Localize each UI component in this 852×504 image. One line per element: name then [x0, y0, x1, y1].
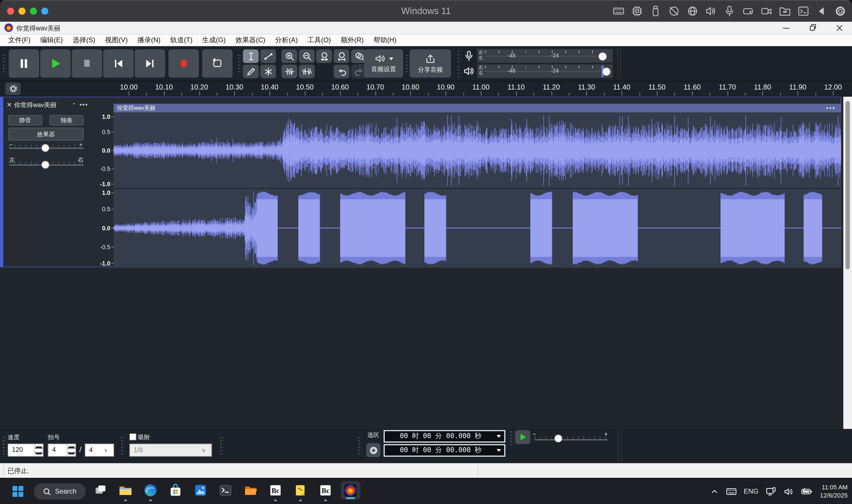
selection-end-caret[interactable] — [497, 449, 501, 452]
play-at-speed-button[interactable] — [515, 430, 530, 444]
beats-down-button[interactable] — [67, 450, 75, 456]
selection-grip[interactable] — [358, 436, 362, 457]
menu-item-2[interactable]: 选择(S) — [68, 34, 100, 46]
mute-button[interactable]: 静音 — [8, 115, 42, 126]
track-close-icon[interactable]: ✕ — [6, 101, 14, 109]
pause-button[interactable] — [9, 49, 39, 77]
vertical-scrollbar[interactable] — [843, 96, 852, 429]
timeline-options-button[interactable] — [5, 83, 21, 95]
tray-chevron-up-icon[interactable] — [710, 487, 719, 496]
play-button[interactable] — [40, 49, 71, 77]
close-button[interactable] — [831, 22, 848, 34]
menu-item-10[interactable]: 额外(R) — [336, 34, 368, 46]
snap-grip[interactable] — [121, 436, 124, 457]
settings-icon[interactable] — [834, 5, 846, 17]
tools-grip[interactable] — [238, 54, 241, 74]
microphone-icon[interactable] — [723, 5, 736, 17]
selection-tool-button[interactable] — [243, 49, 259, 63]
transport-grip[interactable] — [2, 54, 6, 74]
network-icon[interactable] — [765, 487, 777, 497]
vertical-scale-ruler[interactable]: 1.00.50.0-0.5-1.01.00.50.0-0.5-1.0 — [90, 97, 114, 267]
back-icon[interactable] — [816, 5, 828, 17]
vertical-scrollbar-thumb[interactable] — [846, 101, 850, 269]
silence-audio-button[interactable] — [299, 65, 315, 78]
menu-item-5[interactable]: 轨道(T) — [166, 34, 197, 46]
cpu-icon[interactable] — [631, 5, 643, 17]
audio-setup-button[interactable]: 音频设置 — [364, 49, 403, 77]
envelope-tool-button[interactable] — [260, 49, 276, 63]
taskbar-app-store[interactable] — [169, 483, 182, 500]
loop-button[interactable] — [202, 49, 232, 77]
taskbar-app-file-explorer[interactable] — [118, 483, 133, 500]
recording-meter[interactable]: 左右 -48 -24 — [477, 49, 613, 63]
record-meter-grip[interactable] — [457, 50, 461, 63]
zoom-out-button[interactable] — [299, 49, 315, 63]
terminal-icon[interactable] — [797, 5, 810, 17]
snap-checkbox[interactable] — [129, 433, 136, 440]
taskbar-app-beyond-compare[interactable]: Bc — [268, 483, 283, 500]
language-indicator[interactable]: ENG — [744, 488, 759, 495]
zoom-in-button[interactable] — [281, 49, 297, 63]
recording-gain-knob[interactable] — [598, 52, 607, 61]
record-button[interactable] — [169, 49, 199, 77]
audio-setup-grip[interactable] — [359, 54, 363, 74]
menu-item-4[interactable]: 播录(N) — [133, 34, 166, 46]
gain-slider-knob[interactable] — [41, 144, 50, 152]
play-speed-slider[interactable] — [535, 436, 607, 440]
pan-slider-knob[interactable] — [41, 161, 50, 169]
record-meter-mic-icon[interactable] — [462, 49, 476, 63]
shared-folder-icon[interactable] — [779, 5, 791, 17]
taskbar-app-task-view[interactable] — [93, 483, 108, 500]
time-signature-grip[interactable] — [2, 436, 6, 457]
snap-interval-select[interactable]: 1/8∨ — [129, 444, 212, 457]
taskbar-app-photos[interactable] — [194, 483, 208, 500]
track-menu-icon[interactable]: ••• — [80, 101, 88, 109]
selection-start-caret[interactable] — [497, 435, 501, 438]
track-name[interactable]: 你觉得wav美丽 — [14, 101, 68, 109]
menu-item-1[interactable]: 编辑(E) — [35, 34, 68, 46]
menu-item-3[interactable]: 视图(V) — [100, 34, 133, 46]
tempo-up-button[interactable] — [35, 444, 43, 450]
audio-track[interactable]: ✕ 你觉得wav美丽 ⌃ ••• 静音 独奏 效果器 − + 左 右 1.00.… — [0, 96, 841, 267]
undo-button[interactable] — [334, 65, 349, 78]
taskbar-app-edge[interactable] — [143, 483, 157, 500]
beats-up-button[interactable] — [67, 444, 75, 450]
waveform-canvas[interactable] — [114, 112, 841, 268]
battery-icon[interactable] — [801, 487, 813, 496]
taskbar-app-orange-folder[interactable] — [243, 483, 258, 500]
trim-audio-button[interactable] — [281, 65, 297, 78]
taskbar-app-audacity[interactable] — [341, 481, 360, 500]
skip-to-start-button[interactable] — [103, 49, 134, 77]
beats-lower-select[interactable]: 4∨ — [85, 444, 114, 457]
selection-options-button[interactable] — [366, 443, 380, 457]
multi-tool-button[interactable] — [260, 65, 276, 78]
taskbar-clock[interactable]: 11:05 AM 12/6/2025 — [820, 483, 848, 500]
hard-disk-icon[interactable] — [742, 5, 754, 17]
volume-icon[interactable] — [784, 487, 794, 496]
taskbar-search[interactable]: Search — [34, 483, 86, 500]
menu-item-7[interactable]: 效果器(C) — [230, 34, 270, 46]
touch-keyboard-icon[interactable] — [726, 487, 737, 496]
track-collapse-icon[interactable]: ⌃ — [72, 102, 76, 108]
time-grip[interactable] — [220, 436, 223, 457]
zoom-to-selection-button[interactable] — [316, 49, 332, 63]
play-speed-knob[interactable] — [554, 434, 562, 443]
share-audio-button[interactable]: 分享音频 — [410, 49, 451, 77]
taskbar-app-terminal[interactable] — [219, 483, 232, 500]
minimize-button[interactable] — [778, 22, 795, 34]
playback-volume-knob[interactable] — [602, 67, 611, 76]
restore-button[interactable] — [805, 22, 821, 34]
tempo-down-button[interactable] — [35, 450, 43, 456]
solo-button[interactable]: 独奏 — [49, 115, 83, 126]
start-button[interactable] — [11, 484, 25, 498]
menu-item-11[interactable]: 帮助(H) — [368, 34, 401, 46]
effects-button[interactable]: 效果器 — [8, 128, 84, 141]
usb-icon[interactable] — [649, 5, 662, 17]
menu-item-8[interactable]: 分析(A) — [270, 34, 302, 46]
speaker-icon[interactable] — [705, 5, 717, 17]
track-workspace[interactable]: ✕ 你觉得wav美丽 ⌃ ••• 静音 独奏 效果器 − + 左 右 1.00.… — [0, 96, 852, 429]
skip-to-end-button[interactable] — [135, 49, 165, 77]
play-meter-speaker-icon[interactable] — [462, 64, 476, 78]
menu-item-0[interactable]: 文件(F) — [3, 34, 35, 46]
taskbar-app-sticky-notes[interactable] — [293, 483, 307, 500]
